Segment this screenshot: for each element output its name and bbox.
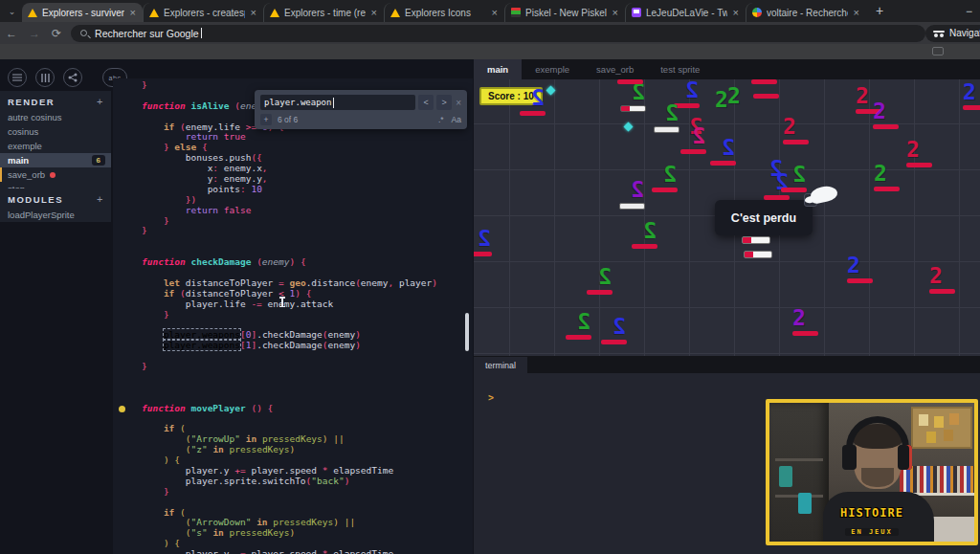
modules-add-button[interactable]: + bbox=[97, 193, 104, 205]
sidebar-item-main[interactable]: main6 bbox=[0, 153, 111, 167]
menu-icon[interactable] bbox=[8, 68, 27, 87]
browser-tab[interactable]: Explorers - createspritecollectio× bbox=[143, 3, 263, 22]
find-caret bbox=[333, 98, 334, 108]
code-line: function movePlayer () { bbox=[142, 404, 473, 414]
browser-tab[interactable]: Explorers Icons× bbox=[384, 3, 504, 22]
code-line bbox=[142, 498, 473, 508]
game-over-tooltip: C'est perdu × bbox=[715, 200, 813, 235]
red-dot-icon bbox=[50, 172, 56, 178]
enemy-sprite: 2 bbox=[601, 318, 626, 339]
find-prev-button[interactable]: < bbox=[418, 95, 434, 110]
browser-tab-label: Explorers Icons bbox=[405, 8, 486, 18]
reload-icon[interactable]: ⟳ bbox=[52, 27, 61, 40]
tab-close-icon[interactable]: × bbox=[250, 7, 257, 18]
editor-scrollbar[interactable] bbox=[465, 313, 469, 351]
health-bar bbox=[617, 79, 643, 84]
health-bar bbox=[619, 203, 645, 210]
terminal-tab[interactable]: terminal bbox=[474, 357, 527, 373]
sidebar-item-save_orb[interactable]: save_orb bbox=[0, 167, 111, 182]
game-tab-save_orb[interactable]: save_orb bbox=[583, 59, 647, 79]
modules-panel-title: MODULES bbox=[8, 194, 63, 205]
stream-logo: HISTOIRE EN JEUX bbox=[769, 506, 974, 538]
health-bar bbox=[742, 236, 770, 244]
incognito-label: Navigation bbox=[949, 28, 980, 38]
tab-close-icon[interactable]: × bbox=[370, 7, 378, 18]
enemy-sprite: 2 bbox=[874, 165, 899, 186]
health-bar bbox=[654, 126, 679, 133]
find-close-icon[interactable]: × bbox=[456, 98, 461, 108]
code-lines: }function isAlive (enemy) { if (enemy.li… bbox=[113, 78, 473, 554]
headphones-right-cup-icon bbox=[898, 445, 912, 470]
code-line: return false bbox=[142, 206, 473, 216]
warn-icon bbox=[28, 9, 37, 17]
incognito-icon bbox=[933, 30, 945, 37]
health-bar bbox=[963, 105, 980, 110]
sidebar-item-loadPlayerSprite[interactable]: loadPlayerSprite bbox=[0, 208, 111, 222]
enemy-sprite: 2 bbox=[652, 166, 677, 187]
game-canvas[interactable]: Score : 10 C'est perdu × 222222222222222… bbox=[474, 79, 980, 356]
forward-icon[interactable]: → bbox=[29, 27, 40, 40]
google-icon bbox=[752, 8, 762, 17]
item-badge: 6 bbox=[92, 155, 105, 166]
health-bar bbox=[520, 111, 546, 116]
enemy-sprite: 2 bbox=[963, 83, 980, 104]
enemy-sprite: 2 bbox=[783, 118, 808, 139]
new-tab-button[interactable]: + bbox=[876, 3, 883, 18]
code-line: player.y -= player.speed * elapsedTime bbox=[142, 549, 473, 554]
tab-close-icon[interactable]: × bbox=[853, 7, 860, 18]
terminal-body[interactable]: > HISTOIRE EN JEUX bbox=[474, 373, 980, 554]
game-tab-test-sprite[interactable]: test sprite bbox=[647, 59, 713, 79]
enemy-sprite: 2 bbox=[474, 230, 491, 251]
share-icon[interactable] bbox=[63, 68, 82, 87]
webcam-person-beard bbox=[861, 468, 894, 487]
code-line: } bbox=[142, 487, 473, 498]
browser-tab[interactable]: Explorers - surviver game× bbox=[22, 3, 143, 22]
tab-close-icon[interactable]: × bbox=[732, 7, 740, 18]
gem-icon bbox=[546, 86, 556, 96]
browser-tabs: Explorers - surviver game×Explorers - cr… bbox=[22, 3, 866, 22]
code-line bbox=[142, 236, 473, 247]
browser-tab-label: Explorers - surviver game bbox=[42, 8, 124, 18]
enemy-sprite: 2 bbox=[566, 313, 590, 334]
browser-tab[interactable]: Piskel - New Piskel× bbox=[504, 3, 625, 22]
render-add-button[interactable]: + bbox=[97, 96, 104, 107]
game-tabs: mainexemplesave_orbtest sprite bbox=[474, 59, 980, 79]
health-bar bbox=[601, 340, 627, 344]
find-next-button[interactable]: > bbox=[436, 95, 452, 110]
tab-close-icon[interactable]: × bbox=[129, 7, 137, 18]
sidebar-item-cosinus[interactable]: cosinus bbox=[0, 124, 111, 139]
health-bar bbox=[764, 195, 790, 200]
health-bar bbox=[474, 252, 492, 256]
game-tab-main[interactable]: main bbox=[474, 59, 522, 79]
code-line: ("s" in pressedKeys) bbox=[142, 528, 473, 539]
browser-tab-label: Explorers - time (remote) bbox=[284, 8, 366, 18]
find-input[interactable]: player.weapon bbox=[260, 95, 415, 110]
browser-tab[interactable]: LeJeuDeLaVie - Twitch× bbox=[625, 3, 746, 22]
enemy-sprite: 2 bbox=[619, 181, 644, 202]
tab-close-icon[interactable]: × bbox=[491, 7, 499, 18]
browser-tab[interactable]: voltaire - Recherche Google× bbox=[746, 3, 866, 22]
warn-icon bbox=[270, 9, 279, 17]
tab-close-icon[interactable]: × bbox=[612, 7, 619, 18]
sidebar-item-exemple[interactable]: exemple bbox=[0, 139, 111, 153]
app-toolbar: abc bbox=[0, 65, 127, 90]
find-case-toggle[interactable]: Aa bbox=[452, 115, 461, 124]
code-editor[interactable]: }function isAlive (enemy) { if (enemy.li… bbox=[113, 78, 473, 554]
omnibox[interactable]: Rechercher sur Google bbox=[71, 25, 925, 42]
sidebar-item-autre-cosinus[interactable]: autre cosinus bbox=[0, 110, 111, 124]
find-add-button[interactable]: + bbox=[260, 114, 272, 125]
find-regex-toggle[interactable]: .* bbox=[438, 115, 444, 124]
text-caret bbox=[201, 28, 202, 38]
back-icon[interactable]: ← bbox=[6, 27, 17, 40]
search-icon bbox=[80, 30, 87, 36]
code-line: } bbox=[142, 216, 473, 227]
browser-tab-strip: ⌄ Explorers - surviver game×Explorers - … bbox=[0, 0, 980, 22]
window-minimize-button[interactable]: − bbox=[966, 5, 972, 18]
enemy-sprite: 2 bbox=[847, 256, 872, 277]
warn-icon bbox=[390, 9, 400, 17]
tab-search-icon[interactable]: ⌄ bbox=[4, 3, 20, 19]
explorers-app: abc RENDER + autre cosinuscosinusexemple… bbox=[0, 59, 980, 554]
game-tab-exemple[interactable]: exemple bbox=[522, 59, 583, 79]
browser-tab[interactable]: Explorers - time (remote)× bbox=[263, 3, 384, 22]
layout-columns-icon[interactable] bbox=[35, 68, 55, 87]
